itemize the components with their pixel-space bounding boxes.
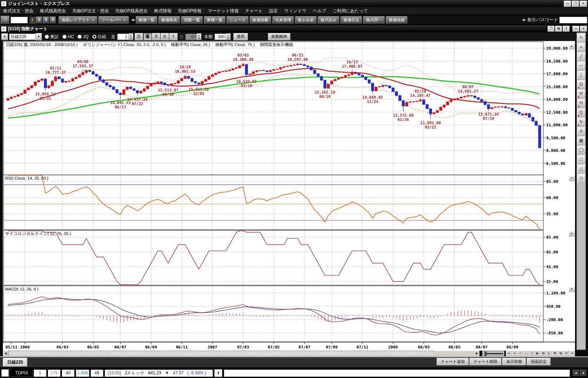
toolbar-grip-icon[interactable]: ◀▶ bbox=[131, 18, 135, 22]
toolbar-button-1[interactable]: 株価一覧 bbox=[136, 16, 157, 24]
cycle-icon[interactable]: ↻ bbox=[577, 118, 585, 126]
minimize-icon[interactable]: — bbox=[573, 26, 579, 32]
daily-mode-icon[interactable]: D bbox=[540, 351, 546, 356]
scroll-right-icon[interactable]: ▶ bbox=[474, 351, 480, 356]
period-button-分[interactable]: 分 bbox=[161, 33, 169, 40]
toolbar-grip-icon[interactable]: ◀▶ bbox=[522, 18, 525, 22]
stop-icon[interactable]: ▪ bbox=[529, 351, 535, 356]
status-toggle-button[interactable] bbox=[1, 369, 9, 377]
macd-panel-menu-icon[interactable]: ▼ bbox=[569, 287, 575, 292]
toolbar-button-5[interactable]: ニュース bbox=[227, 16, 249, 24]
jump-right-icon[interactable]: » bbox=[569, 351, 575, 356]
index-name[interactable]: TOPIX bbox=[11, 369, 32, 377]
magnify-icon[interactable]: ⊕ bbox=[558, 351, 564, 356]
trade-password-input[interactable] bbox=[559, 17, 587, 23]
spinner-icon[interactable]: ▲▼ bbox=[226, 33, 231, 40]
toolbar-button-9[interactable]: 株式歩み bbox=[318, 16, 339, 24]
ashi-input[interactable] bbox=[117, 33, 129, 40]
pointer-icon[interactable]: ↖ bbox=[577, 33, 585, 42]
quick-screen-input[interactable] bbox=[10, 17, 28, 23]
ashi-stepper[interactable]: ▲▼ bbox=[117, 33, 133, 40]
zoom-slider-handle[interactable] bbox=[484, 351, 487, 356]
toolbar-button-4[interactable]: 業種一覧 bbox=[204, 16, 226, 24]
fit-width-icon[interactable]: ↔ bbox=[523, 351, 529, 356]
vline-icon[interactable]: │ bbox=[577, 71, 585, 80]
duplicate-icon[interactable]: ⧉ bbox=[555, 26, 562, 32]
period-button-月[interactable]: 月 bbox=[152, 33, 160, 40]
market-radio-東証[interactable]: 東証 bbox=[45, 34, 59, 40]
close-icon[interactable]: ✕ bbox=[580, 26, 587, 32]
market-radio-日経[interactable]: 日経 bbox=[92, 34, 106, 40]
period-button-日[interactable]: 日 bbox=[135, 33, 143, 40]
main-panel-menu-icon[interactable]: ▼ bbox=[569, 44, 575, 49]
zoom-slider[interactable] bbox=[482, 351, 504, 356]
toolbar-menu-button[interactable]: ツールバー▼ bbox=[98, 16, 129, 24]
toolbar-button-7[interactable]: 出来急増 bbox=[272, 16, 294, 24]
toolbar-button-12[interactable]: 株価強度 bbox=[386, 16, 407, 24]
layout-button-3[interactable]: 3 bbox=[43, 17, 49, 23]
bars-stepper[interactable]: ▲▼ bbox=[214, 33, 231, 40]
spinner-icon[interactable]: ▲▼ bbox=[129, 33, 133, 40]
symbol-select[interactable]: 日経225 ▼ bbox=[9, 33, 42, 40]
menu-item-9[interactable]: 設定 bbox=[266, 8, 281, 14]
bars-input[interactable] bbox=[214, 33, 226, 40]
menu-item-11[interactable]: ヘルプ bbox=[309, 8, 329, 14]
grid-icon[interactable]: ▦ bbox=[577, 136, 585, 145]
minimize-icon[interactable]: — bbox=[564, 1, 571, 7]
quote-icon[interactable]: Q bbox=[577, 108, 585, 117]
scrollbar-thumb[interactable] bbox=[434, 351, 474, 356]
toolbar-button-2[interactable]: 株価格表 bbox=[159, 16, 180, 24]
triangle-tool-icon[interactable]: △ bbox=[577, 165, 585, 173]
market-radio-HC[interactable]: HC bbox=[62, 34, 74, 40]
popout-icon[interactable]: ❐ bbox=[548, 26, 554, 32]
menu-item-2[interactable]: 株式残高照会 bbox=[37, 8, 69, 14]
toolbar-button-11[interactable]: 株式同一 bbox=[363, 16, 385, 24]
panel-up-icon[interactable]: ▲ bbox=[573, 370, 579, 376]
panel-up-icon[interactable]: ▲ bbox=[580, 370, 587, 376]
menu-item-4[interactable]: 先物OP残高照会 bbox=[112, 8, 151, 14]
tab-nikkei225[interactable]: 日経225 bbox=[3, 358, 27, 366]
eraser-icon[interactable]: ◇ bbox=[577, 174, 585, 183]
restore-icon[interactable]: ❐ bbox=[572, 1, 579, 7]
toolbar-button-10[interactable]: 株価日足 bbox=[340, 16, 362, 24]
jump-left-icon[interactable]: « bbox=[506, 351, 512, 356]
chart-action-3[interactable]: 表示切替 bbox=[502, 358, 526, 365]
toolbar-button-8[interactable]: 株まめ表 bbox=[295, 16, 317, 24]
menu-item-6[interactable]: 先物OP情報 bbox=[175, 8, 205, 14]
psych-panel-menu-icon[interactable]: ▼ bbox=[569, 231, 575, 237]
menu-item-8[interactable]: チャート bbox=[242, 8, 266, 14]
menu-item-7[interactable]: マーケット情報 bbox=[205, 8, 242, 14]
play-icon[interactable]: ▶ bbox=[535, 351, 540, 356]
text-annotation-icon[interactable]: A bbox=[577, 127, 585, 136]
log-scale-icon[interactable]: L bbox=[546, 351, 552, 356]
clear-icon[interactable]: ✕ bbox=[564, 351, 569, 356]
crosshair-icon[interactable]: ＋ bbox=[577, 43, 585, 51]
high-low-pattern-icon[interactable]: H bbox=[577, 99, 585, 108]
chart-action-4[interactable]: 画面設定 bbox=[527, 358, 551, 365]
ellipse-tool-icon[interactable]: ◯ bbox=[577, 146, 585, 154]
trendline-icon[interactable]: ╱ bbox=[577, 52, 585, 61]
chart-action-2[interactable]: チャート削除 bbox=[469, 358, 502, 365]
close-icon[interactable]: ✕ bbox=[580, 1, 587, 7]
layout-button-1[interactable]: 1 bbox=[29, 17, 35, 23]
multi-symbol-button[interactable]: 複数銘柄 bbox=[268, 33, 290, 40]
layout-button-4[interactable]: 4 bbox=[50, 17, 56, 23]
layout-button-2[interactable]: 2 bbox=[36, 17, 42, 23]
toolbar-button-6[interactable]: 株価急騰 bbox=[250, 16, 271, 24]
symbol-history-icon[interactable]: ▼ bbox=[1, 33, 8, 40]
period-button-T[interactable]: T bbox=[169, 33, 178, 40]
market-radio-JQ[interactable]: JQ bbox=[77, 34, 88, 40]
rectangle-tool-icon[interactable]: □ bbox=[577, 155, 585, 164]
layout-cascade-icon[interactable]: ❒ bbox=[1, 16, 9, 24]
toolbar-button-3[interactable]: 指数一覧 bbox=[181, 16, 203, 24]
alert-icon[interactable]: Ω bbox=[577, 80, 585, 89]
pitchfork-icon[interactable]: Ψ bbox=[577, 90, 585, 98]
menu-item-5[interactable]: 株式情報 bbox=[151, 8, 175, 14]
menu-item-3[interactable]: 先物OP注文・照会 bbox=[69, 8, 112, 14]
help-icon[interactable]: ? bbox=[563, 26, 570, 32]
chart-action-1[interactable]: チャート追加 bbox=[437, 358, 469, 365]
apply-button[interactable]: 適用 bbox=[233, 33, 248, 40]
reset-icon[interactable]: R bbox=[552, 351, 558, 356]
menu-item-1[interactable]: 株式注文・照会 bbox=[0, 8, 37, 14]
screen-layout-button[interactable]: 画面レイアウト▼ bbox=[59, 16, 97, 24]
